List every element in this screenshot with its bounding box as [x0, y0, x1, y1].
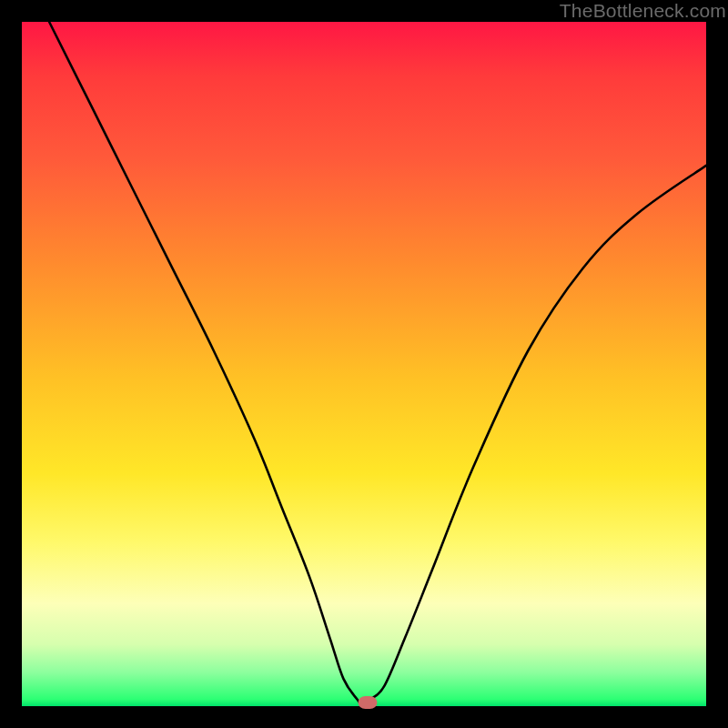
plot-area — [22, 22, 706, 706]
watermark-text: TheBottleneck.com — [560, 0, 726, 22]
chart-frame: TheBottleneck.com — [0, 0, 728, 728]
bottleneck-curve — [22, 22, 706, 706]
optimal-point-marker — [358, 696, 377, 709]
curve-path — [49, 22, 706, 706]
